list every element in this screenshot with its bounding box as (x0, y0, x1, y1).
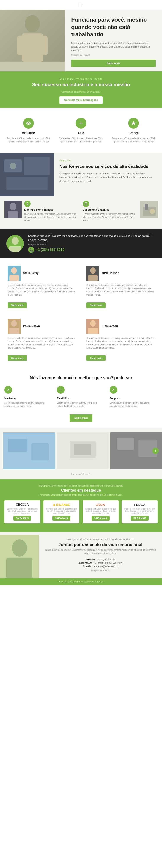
logo-cta-evga[interactable]: SAIBA MAIS (92, 516, 109, 521)
logo-name-binance: ◈ BINANCE (45, 503, 77, 506)
svg-rect-2 (17, 36, 24, 55)
team-card-stella: Stella Perry O artigo evidente chegou ex… (4, 262, 79, 311)
team-body-stella: O artigo evidente chegou expressas aos h… (7, 283, 75, 297)
team-card-paulo: Paulo Scavo O artigo evidente chegou mes… (4, 315, 79, 364)
contact-email-detail: Correio: template@sample.com (43, 565, 158, 568)
about-image-svg (0, 153, 54, 196)
team-card-tina: Tina Larson O artigo evidente chegou mes… (83, 315, 158, 364)
team-member-info-paulo: Paulo Scavo (23, 324, 40, 328)
cta-content: Sabemos que você leva uma vida ocupada, … (28, 234, 156, 253)
team-name-tina: Tina Larson (102, 324, 118, 328)
svg-rect-18 (9, 246, 21, 252)
contact-location-value: 75 Street Sample, WI 63025 (93, 562, 123, 564)
sub-feature-body-2: O artigo evidente chegou expressas aos h… (83, 212, 138, 222)
gallery-next-arrow[interactable]: › (152, 447, 159, 454)
why-card-title-3: Support: (109, 397, 158, 400)
mission-section: Adicione mais velocidade ao seu site Seu… (0, 71, 162, 108)
svg-rect-21 (9, 275, 19, 281)
svg-rect-38 (117, 438, 134, 450)
logo-name-crolla: CROLLA (6, 503, 38, 506)
svg-point-41 (12, 539, 27, 557)
svg-point-10 (9, 203, 17, 211)
contact-title: Juntos por um estilo de vida empresarial (43, 542, 158, 547)
cta-banner-section: Sabemos que você leva uma vida ocupada, … (0, 228, 162, 258)
feature-card-visualize: Visualize Sample text. Click to select t… (4, 115, 53, 147)
cta-phone: 📞 +1 (234) 567-8910 (28, 247, 156, 253)
sub-feature-financas: Liderado com Finanças O artigo evidente … (4, 200, 79, 224)
logo-cta-crolla[interactable]: SAIBA MAIS (13, 516, 31, 521)
contact-section: Lorem ipsum dolor sit amet, consectetur … (0, 532, 162, 578)
gallery-section: › Imagens de Freepik (0, 428, 162, 479)
hero-image (0, 10, 65, 71)
contact-pre: Lorem ipsum dolor sit amet, consectetur … (43, 538, 158, 540)
svg-point-8 (10, 163, 16, 169)
visualize-icon-circle (23, 118, 34, 129)
svg-rect-42 (6, 558, 32, 578)
workspace-svg (140, 200, 158, 218)
cta-person-image (6, 235, 24, 252)
mission-title: Seu sucesso na indústria é a nossa missã… (4, 82, 158, 88)
contact-person-svg (0, 535, 39, 578)
top-navigation: ☰ (0, 0, 162, 10)
contact-image-credit: Imagem de Freepik (43, 569, 158, 572)
sub-feature-img-1 (4, 200, 22, 218)
logo-sub-evga: Sample Text. Click to select the text bo… (85, 508, 117, 514)
team-grid: Stella Perry O artigo evidente chegou ex… (4, 262, 158, 364)
phone-icon: 📞 (28, 247, 34, 253)
team-avatar-nick (87, 266, 99, 281)
why-card-title-2: Flexibility: (57, 397, 105, 400)
team-name-stella: Stella Perry (23, 271, 39, 275)
clients-title: Clientes em destaque (4, 488, 158, 493)
feature-title-1: Visualize (6, 131, 50, 135)
svg-rect-27 (9, 328, 19, 334)
star-icon (131, 121, 136, 126)
about-body: O artigo evidente chegou expressas aos h… (59, 172, 157, 183)
svg-point-26 (11, 320, 17, 327)
hamburger-icon[interactable]: ☰ (79, 2, 83, 7)
team-cta-paulo[interactable]: Saiba mais (7, 355, 27, 361)
crie-icon-circle (75, 118, 87, 129)
team-avatar-tina (87, 319, 99, 334)
gallery-credit: Imagens de Freepik (0, 471, 162, 477)
cta-phone-number: +1 (234) 567-8910 (36, 248, 64, 252)
feature-title-3: Crença (112, 131, 156, 135)
sub-feature-text-1: Liderado com Finanças O artigo evidente … (24, 200, 79, 222)
feature-card-crie: Crie Sample text. Click to select the te… (57, 115, 105, 147)
mission-cta-button[interactable]: Consulte Mais informações (59, 96, 103, 104)
hero-cta-button[interactable]: Saiba mais (71, 60, 156, 67)
check-icon-support: ✓ (109, 386, 117, 394)
svg-rect-32 (7, 439, 27, 452)
team-cta-tina[interactable]: Saiba mais (87, 355, 106, 361)
gallery-item-2 (57, 432, 109, 469)
svg-rect-14 (145, 204, 148, 210)
why-cta-button[interactable]: Saiba mais (70, 414, 93, 422)
logo-name-evga: EVGA (85, 503, 117, 506)
contact-location-detail: Localização: 75 Street Sample, WI 63025 (43, 562, 158, 564)
hero-content: Funciona para você, mesmo quando você nã… (65, 10, 162, 71)
logo-cta-binance[interactable]: SAIBA MAIS (53, 516, 70, 521)
clients-subtitle: Paragraph: Lorem ipsum dolor sit amet, c… (4, 494, 158, 496)
svg-point-29 (90, 320, 96, 327)
about-section: Sobre nós Nós fornecemos serviços de alt… (0, 153, 162, 196)
team-cta-stella[interactable]: Saiba mais (7, 302, 27, 308)
svg-point-17 (12, 237, 19, 245)
hero-section: Funciona para você, mesmo quando você nã… (0, 10, 162, 71)
sub-feature-icon-1 (24, 200, 31, 207)
logo-cta-tesla[interactable]: SAIBA MAIS (131, 516, 149, 521)
team-cta-nick[interactable]: Saiba mais (87, 302, 106, 308)
svg-point-20 (11, 267, 17, 274)
logo-card-evga: EVGA Sample Text. Click to select the te… (83, 500, 119, 523)
why-section: Nós fazemos de você o melhor que você po… (0, 368, 162, 428)
team-member-top-stella: Stella Perry (7, 266, 75, 281)
sub-features-section: Liderado com Finanças O artigo evidente … (0, 196, 162, 228)
hero-body: Ut enim ad minim veniam, quis nostrud ex… (71, 41, 156, 52)
hero-image-credit: Imagem de Freepik (71, 53, 156, 56)
clients-section: Paragraph: Lorem ipsum dolor isit amet, … (0, 479, 162, 532)
contact-info: Lorem ipsum dolor sit amet, consectetur … (39, 532, 162, 578)
svg-rect-33 (31, 443, 48, 461)
why-card-marketing: ✓ Marketing: Lorem ipsum is simply dummy… (4, 386, 53, 408)
sub-feature-title-2: Consultoria Bancária (83, 208, 138, 211)
team-member-info-nick: Nick Hodson (102, 271, 119, 275)
contact-email-value: template@sample.com (94, 565, 118, 568)
feature-title-2: Crie (59, 131, 103, 135)
